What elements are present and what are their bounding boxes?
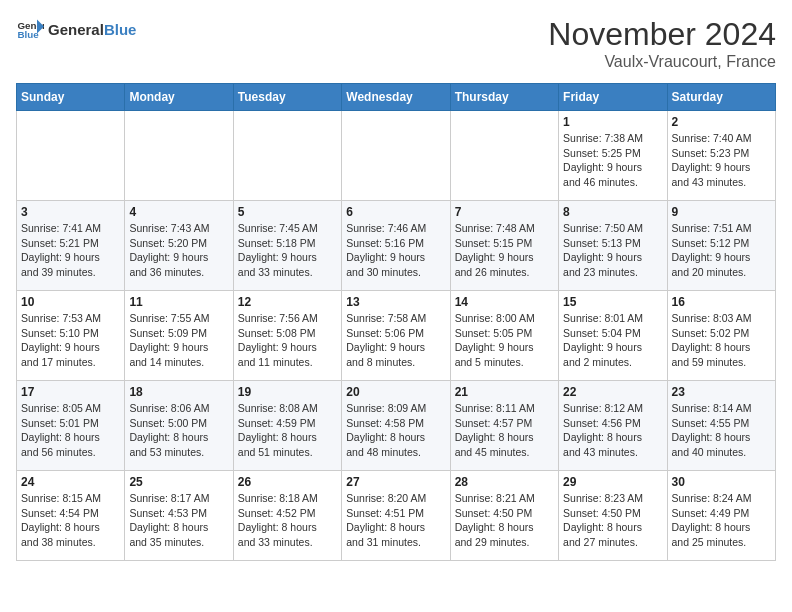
day-number: 29 (563, 475, 662, 489)
day-info: Sunrise: 8:09 AM Sunset: 4:58 PM Dayligh… (346, 401, 445, 460)
day-number: 15 (563, 295, 662, 309)
week-row-5: 24Sunrise: 8:15 AM Sunset: 4:54 PM Dayli… (17, 471, 776, 561)
day-number: 21 (455, 385, 554, 399)
day-number: 25 (129, 475, 228, 489)
header-cell-friday: Friday (559, 84, 667, 111)
day-number: 10 (21, 295, 120, 309)
day-info: Sunrise: 7:58 AM Sunset: 5:06 PM Dayligh… (346, 311, 445, 370)
day-number: 16 (672, 295, 771, 309)
day-number: 28 (455, 475, 554, 489)
day-cell: 13Sunrise: 7:58 AM Sunset: 5:06 PM Dayli… (342, 291, 450, 381)
day-info: Sunrise: 7:40 AM Sunset: 5:23 PM Dayligh… (672, 131, 771, 190)
day-cell: 11Sunrise: 7:55 AM Sunset: 5:09 PM Dayli… (125, 291, 233, 381)
day-info: Sunrise: 7:51 AM Sunset: 5:12 PM Dayligh… (672, 221, 771, 280)
day-cell: 15Sunrise: 8:01 AM Sunset: 5:04 PM Dayli… (559, 291, 667, 381)
day-cell: 18Sunrise: 8:06 AM Sunset: 5:00 PM Dayli… (125, 381, 233, 471)
day-cell: 21Sunrise: 8:11 AM Sunset: 4:57 PM Dayli… (450, 381, 558, 471)
day-info: Sunrise: 8:12 AM Sunset: 4:56 PM Dayligh… (563, 401, 662, 460)
day-info: Sunrise: 8:01 AM Sunset: 5:04 PM Dayligh… (563, 311, 662, 370)
day-info: Sunrise: 7:48 AM Sunset: 5:15 PM Dayligh… (455, 221, 554, 280)
day-cell: 6Sunrise: 7:46 AM Sunset: 5:16 PM Daylig… (342, 201, 450, 291)
logo-general-text: General (48, 21, 104, 38)
day-info: Sunrise: 8:03 AM Sunset: 5:02 PM Dayligh… (672, 311, 771, 370)
header-cell-sunday: Sunday (17, 84, 125, 111)
header-cell-saturday: Saturday (667, 84, 775, 111)
day-info: Sunrise: 7:38 AM Sunset: 5:25 PM Dayligh… (563, 131, 662, 190)
day-number: 2 (672, 115, 771, 129)
day-info: Sunrise: 7:46 AM Sunset: 5:16 PM Dayligh… (346, 221, 445, 280)
day-number: 11 (129, 295, 228, 309)
day-cell (17, 111, 125, 201)
day-number: 13 (346, 295, 445, 309)
header-cell-monday: Monday (125, 84, 233, 111)
day-cell: 28Sunrise: 8:21 AM Sunset: 4:50 PM Dayli… (450, 471, 558, 561)
day-cell: 25Sunrise: 8:17 AM Sunset: 4:53 PM Dayli… (125, 471, 233, 561)
day-number: 6 (346, 205, 445, 219)
day-info: Sunrise: 8:15 AM Sunset: 4:54 PM Dayligh… (21, 491, 120, 550)
day-cell: 23Sunrise: 8:14 AM Sunset: 4:55 PM Dayli… (667, 381, 775, 471)
day-info: Sunrise: 8:18 AM Sunset: 4:52 PM Dayligh… (238, 491, 337, 550)
month-title: November 2024 (548, 16, 776, 53)
day-number: 19 (238, 385, 337, 399)
day-number: 12 (238, 295, 337, 309)
day-info: Sunrise: 8:17 AM Sunset: 4:53 PM Dayligh… (129, 491, 228, 550)
day-cell: 29Sunrise: 8:23 AM Sunset: 4:50 PM Dayli… (559, 471, 667, 561)
day-info: Sunrise: 7:55 AM Sunset: 5:09 PM Dayligh… (129, 311, 228, 370)
day-info: Sunrise: 7:53 AM Sunset: 5:10 PM Dayligh… (21, 311, 120, 370)
day-cell (342, 111, 450, 201)
day-info: Sunrise: 8:11 AM Sunset: 4:57 PM Dayligh… (455, 401, 554, 460)
day-info: Sunrise: 8:23 AM Sunset: 4:50 PM Dayligh… (563, 491, 662, 550)
day-cell: 7Sunrise: 7:48 AM Sunset: 5:15 PM Daylig… (450, 201, 558, 291)
day-cell: 8Sunrise: 7:50 AM Sunset: 5:13 PM Daylig… (559, 201, 667, 291)
day-cell: 19Sunrise: 8:08 AM Sunset: 4:59 PM Dayli… (233, 381, 341, 471)
day-cell: 12Sunrise: 7:56 AM Sunset: 5:08 PM Dayli… (233, 291, 341, 381)
day-cell (125, 111, 233, 201)
header-cell-thursday: Thursday (450, 84, 558, 111)
day-info: Sunrise: 7:56 AM Sunset: 5:08 PM Dayligh… (238, 311, 337, 370)
day-info: Sunrise: 7:41 AM Sunset: 5:21 PM Dayligh… (21, 221, 120, 280)
day-cell: 4Sunrise: 7:43 AM Sunset: 5:20 PM Daylig… (125, 201, 233, 291)
logo-icon: General Blue (16, 16, 44, 44)
day-number: 26 (238, 475, 337, 489)
day-cell: 3Sunrise: 7:41 AM Sunset: 5:21 PM Daylig… (17, 201, 125, 291)
day-cell: 22Sunrise: 8:12 AM Sunset: 4:56 PM Dayli… (559, 381, 667, 471)
day-cell: 16Sunrise: 8:03 AM Sunset: 5:02 PM Dayli… (667, 291, 775, 381)
day-cell: 10Sunrise: 7:53 AM Sunset: 5:10 PM Dayli… (17, 291, 125, 381)
day-info: Sunrise: 7:43 AM Sunset: 5:20 PM Dayligh… (129, 221, 228, 280)
day-info: Sunrise: 8:06 AM Sunset: 5:00 PM Dayligh… (129, 401, 228, 460)
location-title: Vaulx-Vraucourt, France (548, 53, 776, 71)
day-number: 24 (21, 475, 120, 489)
day-info: Sunrise: 8:08 AM Sunset: 4:59 PM Dayligh… (238, 401, 337, 460)
svg-text:Blue: Blue (17, 29, 39, 40)
day-cell: 24Sunrise: 8:15 AM Sunset: 4:54 PM Dayli… (17, 471, 125, 561)
day-cell (233, 111, 341, 201)
day-cell: 30Sunrise: 8:24 AM Sunset: 4:49 PM Dayli… (667, 471, 775, 561)
week-row-1: 1Sunrise: 7:38 AM Sunset: 5:25 PM Daylig… (17, 111, 776, 201)
day-info: Sunrise: 7:45 AM Sunset: 5:18 PM Dayligh… (238, 221, 337, 280)
day-cell: 27Sunrise: 8:20 AM Sunset: 4:51 PM Dayli… (342, 471, 450, 561)
day-number: 23 (672, 385, 771, 399)
day-info: Sunrise: 8:05 AM Sunset: 5:01 PM Dayligh… (21, 401, 120, 460)
day-info: Sunrise: 8:21 AM Sunset: 4:50 PM Dayligh… (455, 491, 554, 550)
day-info: Sunrise: 8:00 AM Sunset: 5:05 PM Dayligh… (455, 311, 554, 370)
day-cell: 9Sunrise: 7:51 AM Sunset: 5:12 PM Daylig… (667, 201, 775, 291)
header-cell-wednesday: Wednesday (342, 84, 450, 111)
logo-blue-text: Blue (104, 21, 137, 38)
day-cell: 20Sunrise: 8:09 AM Sunset: 4:58 PM Dayli… (342, 381, 450, 471)
calendar-table: SundayMondayTuesdayWednesdayThursdayFrid… (16, 83, 776, 561)
day-cell: 26Sunrise: 8:18 AM Sunset: 4:52 PM Dayli… (233, 471, 341, 561)
day-cell: 1Sunrise: 7:38 AM Sunset: 5:25 PM Daylig… (559, 111, 667, 201)
week-row-3: 10Sunrise: 7:53 AM Sunset: 5:10 PM Dayli… (17, 291, 776, 381)
day-info: Sunrise: 7:50 AM Sunset: 5:13 PM Dayligh… (563, 221, 662, 280)
day-number: 14 (455, 295, 554, 309)
day-cell: 14Sunrise: 8:00 AM Sunset: 5:05 PM Dayli… (450, 291, 558, 381)
day-number: 1 (563, 115, 662, 129)
day-number: 30 (672, 475, 771, 489)
day-number: 4 (129, 205, 228, 219)
day-number: 22 (563, 385, 662, 399)
title-area: November 2024 Vaulx-Vraucourt, France (548, 16, 776, 71)
header-row: SundayMondayTuesdayWednesdayThursdayFrid… (17, 84, 776, 111)
day-cell: 17Sunrise: 8:05 AM Sunset: 5:01 PM Dayli… (17, 381, 125, 471)
day-number: 9 (672, 205, 771, 219)
week-row-2: 3Sunrise: 7:41 AM Sunset: 5:21 PM Daylig… (17, 201, 776, 291)
